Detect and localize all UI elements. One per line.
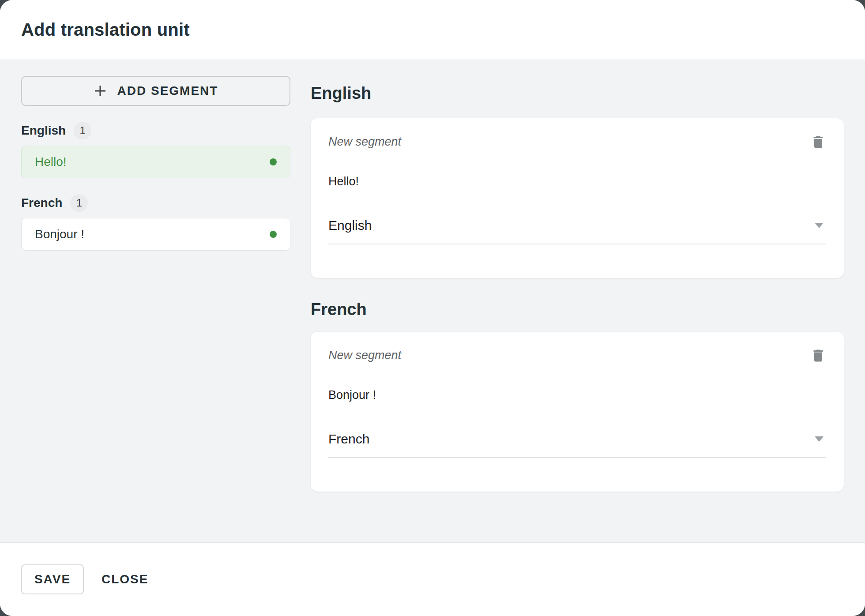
language-label: English xyxy=(21,124,66,138)
segment-text-field[interactable]: Bonjour ! xyxy=(328,388,826,404)
language-select[interactable]: English xyxy=(328,218,826,244)
segment-card: New segment Hello! English xyxy=(311,118,844,278)
segment-chip-text: Hello! xyxy=(35,155,270,169)
dialog-header: Add translation unit xyxy=(0,0,865,60)
trash-icon xyxy=(810,134,826,150)
editor-section-english: English New segment Hello! English xyxy=(311,83,844,278)
segment-chip-text: Bonjour ! xyxy=(35,227,270,241)
segments-panel: ADD SEGMENT English 1 Hello! French 1 Bo… xyxy=(21,76,290,251)
dialog-body: ADD SEGMENT English 1 Hello! French 1 Bo… xyxy=(0,60,865,542)
selected-language: English xyxy=(328,218,372,233)
card-header-row: New segment xyxy=(328,347,826,365)
trash-icon xyxy=(810,348,826,364)
segment-count-badge: 1 xyxy=(74,122,91,139)
segment-card: New segment Bonjour ! French xyxy=(311,332,844,492)
selected-language: French xyxy=(328,432,369,447)
language-label: French xyxy=(21,196,62,210)
dialog-title: Add translation unit xyxy=(21,20,190,40)
card-header-row: New segment xyxy=(328,133,826,152)
plus-icon xyxy=(94,84,107,98)
delete-segment-button[interactable] xyxy=(809,132,828,152)
caret-down-icon xyxy=(815,223,824,228)
add-translation-unit-dialog: Add translation unit ADD SEGMENT English… xyxy=(0,0,865,616)
segment-text-field[interactable]: Hello! xyxy=(328,175,826,191)
caret-down-icon xyxy=(815,436,824,442)
language-select[interactable]: French xyxy=(328,432,826,458)
dialog-footer: SAVE CLOSE xyxy=(0,542,865,616)
segment-count-badge: 1 xyxy=(70,194,88,212)
segment-chip-english[interactable]: Hello! xyxy=(21,146,290,178)
green-dot-icon xyxy=(270,158,277,165)
add-segment-button[interactable]: ADD SEGMENT xyxy=(21,76,290,106)
segment-editor-panel: English New segment Hello! English xyxy=(311,76,844,492)
close-button[interactable]: CLOSE xyxy=(98,568,152,591)
new-segment-label: New segment xyxy=(328,347,401,362)
delete-segment-button[interactable] xyxy=(809,346,828,365)
language-row-english: English 1 xyxy=(21,122,290,139)
language-row-french: French 1 xyxy=(21,194,290,212)
add-segment-label: ADD SEGMENT xyxy=(117,84,218,98)
editor-section-french: French New segment Bonjour ! French xyxy=(311,299,844,492)
section-heading: English xyxy=(311,83,844,103)
save-button[interactable]: SAVE xyxy=(21,564,84,594)
segment-chip-french[interactable]: Bonjour ! xyxy=(21,218,290,251)
green-dot-icon xyxy=(270,231,277,238)
section-heading: French xyxy=(311,299,844,319)
new-segment-label: New segment xyxy=(328,133,401,149)
